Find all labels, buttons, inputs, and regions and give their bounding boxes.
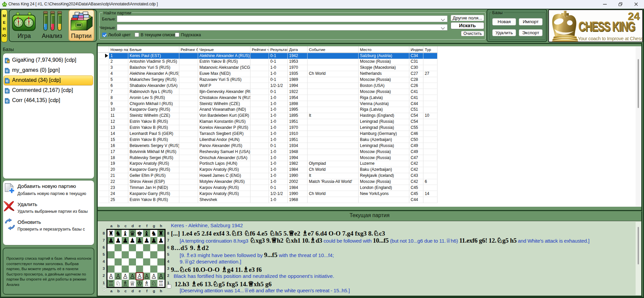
svg-text:♟: ♟ — [115, 237, 121, 244]
svg-text:♜: ♜ — [108, 230, 114, 237]
svg-text:♘: ♘ — [151, 280, 157, 287]
svg-text:♙: ♙ — [123, 273, 128, 280]
svg-text:♙: ♙ — [151, 273, 157, 280]
svg-text:♘: ♘ — [115, 280, 121, 287]
svg-text:♟: ♟ — [123, 237, 128, 244]
svg-text:♝: ♝ — [144, 230, 149, 237]
svg-text:♟: ♟ — [108, 237, 114, 244]
svg-text:♞: ♞ — [151, 230, 157, 237]
svg-text:♙: ♙ — [137, 273, 142, 280]
svg-text:♟: ♟ — [130, 237, 135, 244]
svg-text:♟: ♟ — [158, 237, 164, 244]
svg-text:♙: ♙ — [115, 273, 121, 280]
svg-text:♞: ♞ — [115, 230, 121, 237]
svg-text:♗: ♗ — [123, 280, 128, 287]
svg-text:♙: ♙ — [158, 273, 164, 280]
svg-text:♙: ♙ — [108, 273, 114, 280]
svg-text:♗: ♗ — [144, 280, 149, 287]
svg-text:♙: ♙ — [130, 273, 135, 280]
svg-text:♖: ♖ — [158, 280, 164, 287]
svg-text:♕: ♕ — [130, 280, 135, 287]
svg-text:♚: ♚ — [137, 230, 142, 237]
svg-text:♔: ♔ — [137, 280, 142, 287]
svg-text:♟: ♟ — [151, 237, 157, 244]
svg-text:♟: ♟ — [137, 237, 142, 244]
svg-text:♝: ♝ — [123, 230, 128, 237]
svg-text:♜: ♜ — [158, 230, 164, 237]
svg-text:♖: ♖ — [108, 280, 114, 287]
svg-text:♛: ♛ — [130, 230, 135, 237]
svg-text:♙: ♙ — [144, 273, 149, 280]
svg-text:♟: ♟ — [144, 237, 149, 244]
